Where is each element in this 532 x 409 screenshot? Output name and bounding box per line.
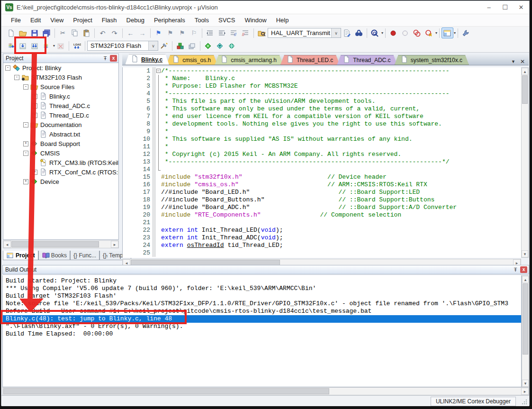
unindent-button[interactable] [204, 27, 216, 38]
save-all-button[interactable] [41, 27, 53, 38]
uncomment-button[interactable]: // [240, 27, 252, 38]
dropdown-arrow-icon[interactable]: ▾ [454, 31, 456, 35]
tree-item-cmsis[interactable]: -CMSIS [3, 148, 118, 158]
disable-breakpoints-button[interactable] [423, 27, 435, 38]
manage-items-button[interactable] [186, 40, 198, 51]
editor-tab-cmsis-os-h[interactable]: cmsis_os.h [166, 55, 217, 65]
dropdown-arrow-icon[interactable]: ▾ [435, 31, 437, 35]
editor-tab-thread-led-c[interactable]: Thread_LED.c [280, 55, 340, 65]
chevron-down-icon[interactable]: ∨ [331, 28, 341, 37]
expand-icon[interactable]: + [32, 103, 37, 109]
project-hscrollbar[interactable]: ◂ ▸ [3, 240, 119, 248]
manage-books-button[interactable] [226, 40, 238, 51]
close-button[interactable]: ✕ [513, 1, 529, 14]
undo-button[interactable]: ↶ [97, 27, 108, 38]
build-output-line[interactable]: Build started: Project: Blinky [3, 277, 521, 285]
tree-item-project-blinky[interactable]: -Project: Blinky [3, 63, 118, 73]
download-button[interactable]: LOAD [71, 40, 83, 51]
debug-windows-button[interactable] [442, 27, 453, 38]
indent-button[interactable] [216, 27, 228, 38]
insert-breakpoint-button[interactable] [388, 27, 399, 38]
menu-window[interactable]: Window [240, 15, 271, 25]
open-file-button[interactable] [17, 27, 29, 38]
new-file-button[interactable] [5, 27, 17, 38]
expand-icon[interactable]: + [32, 170, 37, 175]
build-button[interactable] [17, 40, 29, 51]
navigate-back-button[interactable]: ← [125, 27, 136, 38]
translate-button[interactable] [5, 40, 17, 51]
menu-project[interactable]: Project [68, 15, 97, 25]
bookmark-prev-button[interactable]: ⚑ [164, 27, 176, 38]
chevron-down-icon[interactable]: ∨ [148, 41, 158, 50]
kill-breakpoints-button[interactable] [411, 27, 423, 38]
menu-file[interactable]: File [6, 15, 26, 25]
editor-vscrollbar[interactable]: ▴ ▾ [521, 67, 529, 258]
editor-tab-cmsis-armclang-h[interactable]: cmsis_armclang.h [215, 55, 283, 65]
menu-tools[interactable]: Tools [190, 15, 214, 25]
collapse-icon[interactable]: - [23, 122, 28, 127]
enable-breakpoint-button[interactable] [399, 27, 411, 38]
redo-button[interactable]: ↷ [108, 27, 120, 38]
build-output-line[interactable]: Build target 'STM32F103 Flash' [3, 292, 521, 300]
incremental-find-button[interactable] [341, 27, 353, 38]
menu-flash[interactable]: Flash [97, 15, 122, 25]
maximize-button[interactable]: ☐ [497, 1, 513, 14]
expand-icon[interactable]: + [23, 179, 28, 184]
dock-tab-books[interactable]: Books [38, 251, 70, 260]
editor-tab-blinky-c[interactable]: Blinky.c [125, 54, 169, 65]
build-output-line[interactable]: Before Build - User command #1: E:\keil_… [3, 308, 521, 315]
find-next-button[interactable] [353, 27, 365, 38]
dock-tab-project[interactable]: Project [3, 251, 38, 260]
bookmark-clear-button[interactable]: ⚐ [188, 27, 200, 38]
editor-tab-system-stm32f10x-c[interactable]: system_stm32f10x.c [395, 55, 469, 65]
rebuild-button[interactable] [29, 40, 41, 51]
options-for-target-button[interactable] [158, 40, 170, 51]
navigate-forward-button[interactable]: → [136, 27, 148, 38]
tree-item-board-support[interactable]: +Board Support [3, 139, 118, 148]
copy-button[interactable] [69, 27, 81, 38]
resize-grip[interactable] [522, 399, 527, 405]
tree-item-blinky-c[interactable]: +Blinky.c [3, 91, 118, 101]
tree-item-device[interactable]: +Device [3, 177, 118, 186]
save-button[interactable] [29, 27, 41, 38]
menu-edit[interactable]: Edit [26, 15, 45, 25]
collapse-icon[interactable]: - [23, 151, 28, 156]
build-output-line-highlighted[interactable]: Blinky.c(48): test: jump to Blinky.c, li… [3, 315, 521, 323]
configure-button[interactable] [460, 27, 472, 38]
tree-item-thread-led-c[interactable]: +Thread_LED.c [3, 110, 118, 120]
tree-item-thread-adc-c[interactable]: +Thread_ADC.c [3, 101, 118, 110]
menu-svcs[interactable]: SVCS [214, 15, 240, 25]
tree-item-rtx-conf-cm-c-rtos-ke[interactable]: +RTX_Conf_CM.c (RTOS:Ke [3, 167, 118, 177]
build-output-line[interactable]: Note: source file 'E:/keil_539/Packs/Kei… [3, 300, 521, 308]
menu-peripherals[interactable]: Peripherals [149, 15, 190, 25]
tree-item-abstract-txt[interactable]: +Abstract.txt [3, 129, 118, 139]
bookmark-toggle-button[interactable]: ⚑ [153, 27, 164, 38]
collapse-icon[interactable]: - [23, 84, 28, 90]
dropdown-arrow-icon[interactable]: ▾ [381, 31, 383, 35]
manage-rte-button[interactable] [174, 40, 186, 51]
expand-icon[interactable]: + [23, 141, 28, 146]
search-combo[interactable]: HAL_UART_Transmit∨ [268, 28, 341, 38]
tree-item-stm32f103-flash[interactable]: -STM32F103 Flash [3, 73, 118, 82]
build-hscrollbar[interactable]: ▸ [2, 387, 529, 395]
minimize-button[interactable]: – [481, 1, 497, 14]
project-close-icon[interactable]: x [110, 55, 117, 62]
paste-button[interactable] [81, 27, 92, 38]
tree-item-source-files[interactable]: -Source Files [3, 82, 118, 91]
dock-tab-func[interactable]: {} Func... [70, 251, 99, 260]
code-editor[interactable]: 1−/*------------------------------------… [122, 67, 522, 258]
collapse-icon[interactable]: - [14, 75, 19, 80]
target-select[interactable]: STM32F103 Flash∨ [87, 41, 158, 51]
stop-build-button[interactable] [55, 40, 67, 51]
bookmark-next-button[interactable]: ⚑ [176, 27, 188, 38]
build-output-line[interactable]: ".\Flash\Blinky.axf" - 0 Error(s), 0 War… [3, 323, 521, 330]
find-in-files-button[interactable] [256, 27, 268, 38]
tree-item-rtx-cm3-lib-rtos-keil-r[interactable]: +RTX_CM3.lib (RTOS:Keil R [3, 158, 118, 167]
pin-icon[interactable]: Ŧ [102, 55, 108, 61]
tree-item-documentation[interactable]: -Documentation [3, 120, 118, 129]
select-packs-button[interactable] [202, 40, 214, 51]
build-output-line[interactable]: Build Time Elapsed: 00:00:00 [3, 330, 521, 338]
batch-build-button[interactable] [41, 40, 53, 51]
menu-help[interactable]: Help [271, 15, 294, 25]
menu-debug[interactable]: Debug [122, 15, 149, 25]
